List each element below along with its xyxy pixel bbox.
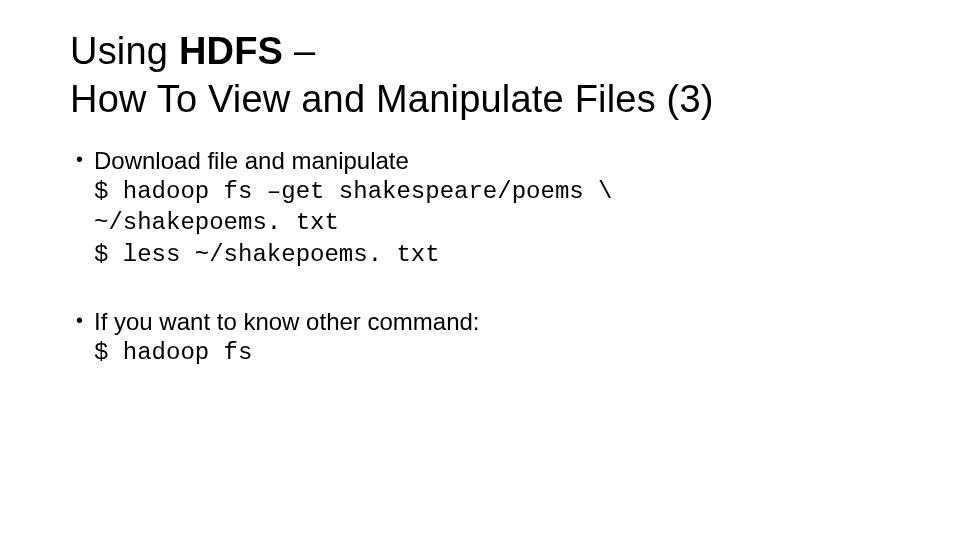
title-line1-suffix: – (283, 30, 315, 72)
code-block: $ hadoop fs (94, 337, 890, 368)
code-block: $ hadoop fs –get shakespeare/poems \ ~/s… (94, 176, 890, 270)
bullet-group-1: • Download file and manipulate $ hadoop … (70, 145, 890, 270)
bullet-dot-icon: • (76, 306, 94, 334)
bullet-text: If you want to know other command: (94, 306, 480, 337)
bullet-row: • If you want to know other command: (76, 306, 890, 337)
bullet-row: • Download file and manipulate (76, 145, 890, 176)
slide-title: Using HDFS – How To View and Manipulate … (70, 28, 890, 123)
slide-body: • Download file and manipulate $ hadoop … (70, 145, 890, 368)
slide: Using HDFS – How To View and Manipulate … (0, 0, 960, 540)
title-line1-prefix: Using (70, 30, 179, 72)
bullet-dot-icon: • (76, 145, 94, 173)
bullet-text: Download file and manipulate (94, 145, 409, 176)
title-line2: How To View and Manipulate Files (3) (70, 78, 714, 120)
bullet-group-2: • If you want to know other command: $ h… (70, 306, 890, 368)
title-line1-bold: HDFS (179, 30, 283, 72)
